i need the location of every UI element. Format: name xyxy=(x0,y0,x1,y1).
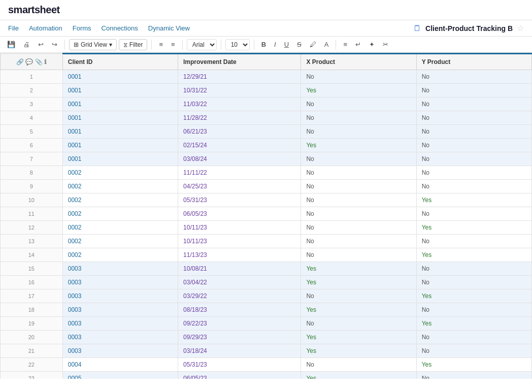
text-color-button[interactable]: A xyxy=(321,39,332,50)
cell-client-id[interactable]: 0001 xyxy=(62,84,178,97)
print-button[interactable]: 🖨 xyxy=(20,39,33,50)
cell-client-id[interactable]: 0003 xyxy=(62,276,178,289)
cell-improvement-date[interactable]: 09/22/23 xyxy=(178,317,301,331)
cell-improvement-date[interactable]: 10/11/23 xyxy=(178,235,301,248)
cell-client-id[interactable]: 0003 xyxy=(62,331,178,344)
align-left-button[interactable]: ≡ xyxy=(156,39,166,50)
cell-improvement-date[interactable]: 12/29/21 xyxy=(178,70,301,84)
cell-x-product[interactable]: Yes xyxy=(301,344,416,358)
cell-client-id[interactable]: 0001 xyxy=(62,111,178,125)
improvement-date-header[interactable]: Improvement Date xyxy=(178,54,301,70)
format-button[interactable]: ✂ xyxy=(380,39,391,50)
cell-improvement-date[interactable]: 03/04/22 xyxy=(178,276,301,289)
cell-x-product[interactable]: No xyxy=(301,97,416,111)
cell-y-product[interactable]: No xyxy=(416,70,531,84)
cell-improvement-date[interactable]: 08/18/23 xyxy=(178,303,301,317)
nav-dynamic-view[interactable]: Dynamic View xyxy=(148,24,190,32)
cell-improvement-date[interactable]: 05/31/23 xyxy=(178,358,301,372)
cell-x-product[interactable]: No xyxy=(301,221,416,235)
cell-improvement-date[interactable]: 06/05/23 xyxy=(178,207,301,221)
cell-client-id[interactable]: 0002 xyxy=(62,166,178,180)
cell-client-id[interactable]: 0002 xyxy=(62,221,178,235)
cell-improvement-date[interactable]: 11/11/22 xyxy=(178,166,301,180)
redo-button[interactable]: ↪ xyxy=(49,39,60,50)
cell-client-id[interactable]: 0002 xyxy=(62,207,178,221)
cell-client-id[interactable]: 0005 xyxy=(62,372,178,379)
cell-x-product[interactable]: Yes xyxy=(301,372,416,379)
cell-x-product[interactable]: Yes xyxy=(301,262,416,276)
undo-button[interactable]: ↩ xyxy=(35,39,47,50)
italic-button[interactable]: I xyxy=(271,39,279,50)
cell-y-product[interactable]: No xyxy=(416,276,531,289)
cell-x-product[interactable]: No xyxy=(301,125,416,139)
cell-x-product[interactable]: No xyxy=(301,166,416,180)
cell-y-product[interactable]: No xyxy=(416,84,531,97)
cell-y-product[interactable]: No xyxy=(416,111,531,125)
cell-client-id[interactable]: 0004 xyxy=(62,358,178,372)
cell-x-product[interactable]: No xyxy=(301,248,416,262)
client-id-header[interactable]: Client ID xyxy=(62,54,178,70)
cell-y-product[interactable]: No xyxy=(416,235,531,248)
cell-client-id[interactable]: 0001 xyxy=(62,97,178,111)
underline-button[interactable]: U xyxy=(281,39,292,50)
cell-client-id[interactable]: 0001 xyxy=(62,139,178,152)
cell-improvement-date[interactable]: 03/18/24 xyxy=(178,344,301,358)
cell-x-product[interactable]: No xyxy=(301,235,416,248)
cell-y-product[interactable]: No xyxy=(416,262,531,276)
cell-x-product[interactable]: Yes xyxy=(301,276,416,289)
cell-client-id[interactable]: 0001 xyxy=(62,70,178,84)
cell-improvement-date[interactable]: 03/29/22 xyxy=(178,289,301,303)
cell-client-id[interactable]: 0003 xyxy=(62,317,178,331)
cell-improvement-date[interactable]: 02/15/24 xyxy=(178,139,301,152)
cell-x-product[interactable]: Yes xyxy=(301,331,416,344)
grid-view-button[interactable]: ⊞ Grid View ▾ xyxy=(69,39,117,50)
cell-y-product[interactable]: Yes xyxy=(416,248,531,262)
filter-button[interactable]: ⧖ Filter xyxy=(119,39,148,50)
cell-y-product[interactable]: Yes xyxy=(416,289,531,303)
wrap-button[interactable]: ↵ xyxy=(352,39,364,50)
cell-improvement-date[interactable]: 06/05/23 xyxy=(178,372,301,379)
cell-y-product[interactable]: No xyxy=(416,180,531,193)
align-right-button[interactable]: ≡ xyxy=(168,39,178,50)
cell-y-product[interactable]: Yes xyxy=(416,193,531,207)
cell-y-product[interactable]: No xyxy=(416,207,531,221)
cell-x-product[interactable]: No xyxy=(301,152,416,166)
y-product-header[interactable]: Y Product xyxy=(416,54,531,70)
cell-y-product[interactable]: No xyxy=(416,97,531,111)
cell-y-product[interactable]: Yes xyxy=(416,317,531,331)
cell-y-product[interactable]: No xyxy=(416,303,531,317)
cell-y-product[interactable]: Yes xyxy=(416,358,531,372)
cell-y-product[interactable]: No xyxy=(416,331,531,344)
cell-client-id[interactable]: 0002 xyxy=(62,193,178,207)
cell-x-product[interactable]: No xyxy=(301,70,416,84)
bold-button[interactable]: B xyxy=(258,39,269,50)
cell-x-product[interactable]: Yes xyxy=(301,303,416,317)
cell-y-product[interactable]: No xyxy=(416,125,531,139)
cell-x-product[interactable]: Yes xyxy=(301,84,416,97)
cell-x-product[interactable]: No xyxy=(301,180,416,193)
nav-connections[interactable]: Connections xyxy=(102,24,138,32)
cell-x-product[interactable]: Yes xyxy=(301,139,416,152)
cell-x-product[interactable]: No xyxy=(301,207,416,221)
cell-client-id[interactable]: 0003 xyxy=(62,344,178,358)
cell-client-id[interactable]: 0003 xyxy=(62,262,178,276)
cell-improvement-date[interactable]: 10/08/21 xyxy=(178,262,301,276)
cell-y-product[interactable]: No xyxy=(416,372,531,379)
eraser-button[interactable]: ✦ xyxy=(366,39,378,50)
cell-improvement-date[interactable]: 10/11/23 xyxy=(178,221,301,235)
cell-client-id[interactable]: 0001 xyxy=(62,152,178,166)
cell-improvement-date[interactable]: 11/28/22 xyxy=(178,111,301,125)
nav-automation[interactable]: Automation xyxy=(29,24,62,32)
nav-file[interactable]: File xyxy=(8,24,19,32)
cell-client-id[interactable]: 0001 xyxy=(62,125,178,139)
cell-y-product[interactable]: No xyxy=(416,139,531,152)
cell-x-product[interactable]: No xyxy=(301,358,416,372)
cell-client-id[interactable]: 0002 xyxy=(62,180,178,193)
cell-client-id[interactable]: 0003 xyxy=(62,303,178,317)
cell-x-product[interactable]: No xyxy=(301,317,416,331)
font-select[interactable]: Arial xyxy=(187,39,217,50)
cell-y-product[interactable]: No xyxy=(416,166,531,180)
cell-improvement-date[interactable]: 04/25/23 xyxy=(178,180,301,193)
x-product-header[interactable]: X Product xyxy=(301,54,416,70)
cell-improvement-date[interactable]: 10/31/22 xyxy=(178,84,301,97)
